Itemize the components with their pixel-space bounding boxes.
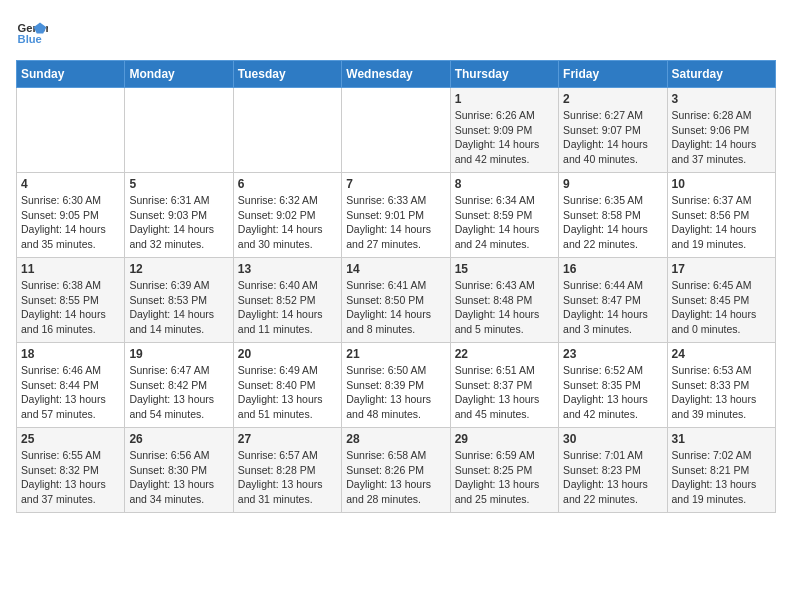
week-row-3: 11Sunrise: 6:38 AM Sunset: 8:55 PM Dayli… <box>17 258 776 343</box>
day-info: Sunrise: 6:57 AM Sunset: 8:28 PM Dayligh… <box>238 448 337 507</box>
day-number: 1 <box>455 92 554 106</box>
day-number: 13 <box>238 262 337 276</box>
day-info: Sunrise: 7:02 AM Sunset: 8:21 PM Dayligh… <box>672 448 771 507</box>
calendar-cell: 13Sunrise: 6:40 AM Sunset: 8:52 PM Dayli… <box>233 258 341 343</box>
day-info: Sunrise: 6:37 AM Sunset: 8:56 PM Dayligh… <box>672 193 771 252</box>
calendar-cell: 3Sunrise: 6:28 AM Sunset: 9:06 PM Daylig… <box>667 88 775 173</box>
day-info: Sunrise: 6:40 AM Sunset: 8:52 PM Dayligh… <box>238 278 337 337</box>
calendar-cell: 22Sunrise: 6:51 AM Sunset: 8:37 PM Dayli… <box>450 343 558 428</box>
day-number: 18 <box>21 347 120 361</box>
column-header-thursday: Thursday <box>450 61 558 88</box>
calendar-cell: 18Sunrise: 6:46 AM Sunset: 8:44 PM Dayli… <box>17 343 125 428</box>
calendar-cell: 9Sunrise: 6:35 AM Sunset: 8:58 PM Daylig… <box>559 173 667 258</box>
calendar-cell: 12Sunrise: 6:39 AM Sunset: 8:53 PM Dayli… <box>125 258 233 343</box>
calendar-cell: 26Sunrise: 6:56 AM Sunset: 8:30 PM Dayli… <box>125 428 233 513</box>
day-info: Sunrise: 6:33 AM Sunset: 9:01 PM Dayligh… <box>346 193 445 252</box>
day-info: Sunrise: 6:53 AM Sunset: 8:33 PM Dayligh… <box>672 363 771 422</box>
day-number: 26 <box>129 432 228 446</box>
day-info: Sunrise: 6:59 AM Sunset: 8:25 PM Dayligh… <box>455 448 554 507</box>
calendar-cell: 29Sunrise: 6:59 AM Sunset: 8:25 PM Dayli… <box>450 428 558 513</box>
day-number: 15 <box>455 262 554 276</box>
logo: General Blue <box>16 16 56 48</box>
calendar-cell: 8Sunrise: 6:34 AM Sunset: 8:59 PM Daylig… <box>450 173 558 258</box>
day-number: 19 <box>129 347 228 361</box>
day-info: Sunrise: 6:43 AM Sunset: 8:48 PM Dayligh… <box>455 278 554 337</box>
day-info: Sunrise: 6:58 AM Sunset: 8:26 PM Dayligh… <box>346 448 445 507</box>
day-info: Sunrise: 6:39 AM Sunset: 8:53 PM Dayligh… <box>129 278 228 337</box>
week-row-5: 25Sunrise: 6:55 AM Sunset: 8:32 PM Dayli… <box>17 428 776 513</box>
calendar-cell: 24Sunrise: 6:53 AM Sunset: 8:33 PM Dayli… <box>667 343 775 428</box>
calendar-cell <box>125 88 233 173</box>
day-info: Sunrise: 6:28 AM Sunset: 9:06 PM Dayligh… <box>672 108 771 167</box>
calendar-cell: 4Sunrise: 6:30 AM Sunset: 9:05 PM Daylig… <box>17 173 125 258</box>
logo-icon: General Blue <box>16 16 48 48</box>
column-header-monday: Monday <box>125 61 233 88</box>
day-number: 6 <box>238 177 337 191</box>
calendar-cell: 5Sunrise: 6:31 AM Sunset: 9:03 PM Daylig… <box>125 173 233 258</box>
calendar-cell: 1Sunrise: 6:26 AM Sunset: 9:09 PM Daylig… <box>450 88 558 173</box>
day-info: Sunrise: 6:47 AM Sunset: 8:42 PM Dayligh… <box>129 363 228 422</box>
calendar-cell: 2Sunrise: 6:27 AM Sunset: 9:07 PM Daylig… <box>559 88 667 173</box>
day-info: Sunrise: 6:38 AM Sunset: 8:55 PM Dayligh… <box>21 278 120 337</box>
calendar-cell <box>17 88 125 173</box>
svg-text:Blue: Blue <box>18 33 42 45</box>
column-header-wednesday: Wednesday <box>342 61 450 88</box>
day-number: 22 <box>455 347 554 361</box>
column-header-tuesday: Tuesday <box>233 61 341 88</box>
calendar-cell: 10Sunrise: 6:37 AM Sunset: 8:56 PM Dayli… <box>667 173 775 258</box>
day-number: 8 <box>455 177 554 191</box>
column-header-saturday: Saturday <box>667 61 775 88</box>
calendar-cell: 31Sunrise: 7:02 AM Sunset: 8:21 PM Dayli… <box>667 428 775 513</box>
day-number: 9 <box>563 177 662 191</box>
day-number: 4 <box>21 177 120 191</box>
calendar-cell: 23Sunrise: 6:52 AM Sunset: 8:35 PM Dayli… <box>559 343 667 428</box>
day-number: 17 <box>672 262 771 276</box>
day-info: Sunrise: 6:52 AM Sunset: 8:35 PM Dayligh… <box>563 363 662 422</box>
day-number: 14 <box>346 262 445 276</box>
day-info: Sunrise: 6:44 AM Sunset: 8:47 PM Dayligh… <box>563 278 662 337</box>
day-info: Sunrise: 6:50 AM Sunset: 8:39 PM Dayligh… <box>346 363 445 422</box>
day-info: Sunrise: 6:31 AM Sunset: 9:03 PM Dayligh… <box>129 193 228 252</box>
day-info: Sunrise: 6:41 AM Sunset: 8:50 PM Dayligh… <box>346 278 445 337</box>
day-info: Sunrise: 6:34 AM Sunset: 8:59 PM Dayligh… <box>455 193 554 252</box>
calendar-cell: 27Sunrise: 6:57 AM Sunset: 8:28 PM Dayli… <box>233 428 341 513</box>
day-number: 30 <box>563 432 662 446</box>
day-number: 3 <box>672 92 771 106</box>
calendar-cell: 6Sunrise: 6:32 AM Sunset: 9:02 PM Daylig… <box>233 173 341 258</box>
calendar-cell: 21Sunrise: 6:50 AM Sunset: 8:39 PM Dayli… <box>342 343 450 428</box>
column-header-friday: Friday <box>559 61 667 88</box>
day-info: Sunrise: 6:35 AM Sunset: 8:58 PM Dayligh… <box>563 193 662 252</box>
calendar-cell: 15Sunrise: 6:43 AM Sunset: 8:48 PM Dayli… <box>450 258 558 343</box>
day-number: 16 <box>563 262 662 276</box>
calendar-cell: 14Sunrise: 6:41 AM Sunset: 8:50 PM Dayli… <box>342 258 450 343</box>
day-info: Sunrise: 6:56 AM Sunset: 8:30 PM Dayligh… <box>129 448 228 507</box>
day-info: Sunrise: 6:46 AM Sunset: 8:44 PM Dayligh… <box>21 363 120 422</box>
day-number: 20 <box>238 347 337 361</box>
calendar-cell: 20Sunrise: 6:49 AM Sunset: 8:40 PM Dayli… <box>233 343 341 428</box>
day-number: 25 <box>21 432 120 446</box>
day-number: 31 <box>672 432 771 446</box>
day-number: 29 <box>455 432 554 446</box>
calendar-cell: 28Sunrise: 6:58 AM Sunset: 8:26 PM Dayli… <box>342 428 450 513</box>
day-number: 12 <box>129 262 228 276</box>
calendar-table: SundayMondayTuesdayWednesdayThursdayFrid… <box>16 60 776 513</box>
day-number: 23 <box>563 347 662 361</box>
day-info: Sunrise: 6:30 AM Sunset: 9:05 PM Dayligh… <box>21 193 120 252</box>
day-number: 24 <box>672 347 771 361</box>
column-header-sunday: Sunday <box>17 61 125 88</box>
day-number: 10 <box>672 177 771 191</box>
day-number: 21 <box>346 347 445 361</box>
day-number: 5 <box>129 177 228 191</box>
calendar-cell <box>233 88 341 173</box>
week-row-4: 18Sunrise: 6:46 AM Sunset: 8:44 PM Dayli… <box>17 343 776 428</box>
day-number: 27 <box>238 432 337 446</box>
day-number: 2 <box>563 92 662 106</box>
calendar-cell: 19Sunrise: 6:47 AM Sunset: 8:42 PM Dayli… <box>125 343 233 428</box>
day-number: 7 <box>346 177 445 191</box>
day-info: Sunrise: 6:45 AM Sunset: 8:45 PM Dayligh… <box>672 278 771 337</box>
day-info: Sunrise: 7:01 AM Sunset: 8:23 PM Dayligh… <box>563 448 662 507</box>
day-number: 11 <box>21 262 120 276</box>
calendar-cell: 30Sunrise: 7:01 AM Sunset: 8:23 PM Dayli… <box>559 428 667 513</box>
page-header: General Blue <box>16 16 776 48</box>
day-info: Sunrise: 6:26 AM Sunset: 9:09 PM Dayligh… <box>455 108 554 167</box>
